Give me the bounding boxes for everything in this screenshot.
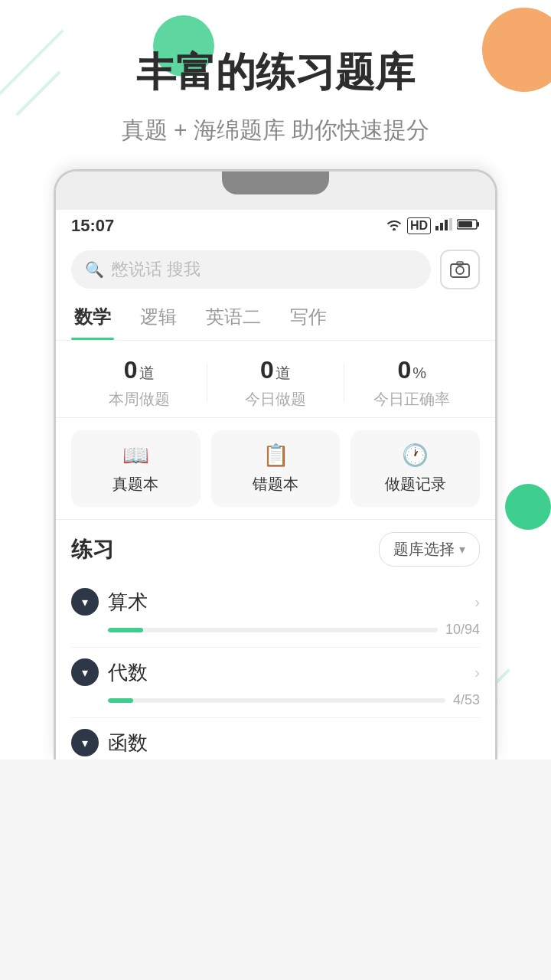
- real-exam-label: 真题本: [112, 474, 158, 495]
- stat-accuracy-label: 今日正确率: [344, 389, 480, 410]
- progress-bar-arithmetic: [108, 628, 438, 632]
- svg-rect-6: [458, 221, 472, 227]
- stat-daily: 0 道 今日做题: [207, 356, 343, 410]
- chevron-down-icon: ▾: [82, 595, 88, 609]
- practice-header: 练习 题库选择 ▾: [71, 532, 480, 567]
- phone-mockup: 15:07 HD 🔍 憋说话 搜我: [54, 169, 497, 760]
- chevron-down-icon: ▾: [82, 665, 88, 680]
- progress-text-algebra: 4/53: [453, 692, 480, 708]
- progress-fill-arithmetic: [108, 628, 143, 632]
- topic-item-function: ▾ 函数: [71, 718, 480, 760]
- stat-daily-label: 今日做题: [207, 389, 343, 410]
- real-exam-button[interactable]: 📖 真题本: [71, 430, 201, 507]
- status-time: 15:07: [71, 216, 114, 236]
- topic-progress-algebra: 4/53: [71, 692, 480, 708]
- svg-rect-3: [449, 218, 452, 230]
- search-icon: 🔍: [85, 260, 104, 279]
- real-exam-icon: 📖: [122, 443, 149, 468]
- tab-logic[interactable]: 逻辑: [137, 297, 180, 340]
- topic-name-arithmetic: 算术: [108, 589, 148, 616]
- chevron-down-icon: ▾: [82, 736, 88, 750]
- progress-text-arithmetic: 10/94: [445, 622, 480, 638]
- progress-fill-algebra: [108, 698, 133, 703]
- stat-daily-unit: 道: [276, 363, 291, 384]
- tab-writing[interactable]: 写作: [287, 297, 330, 340]
- history-button[interactable]: 🕐 做题记录: [350, 430, 480, 507]
- topic-left-algebra: ▾ 代数: [71, 658, 148, 686]
- topic-expand-function[interactable]: ▾: [71, 729, 99, 756]
- wrong-questions-button[interactable]: 📋 错题本: [211, 430, 341, 507]
- svg-rect-9: [457, 262, 463, 265]
- stat-accuracy-unit: %: [412, 364, 426, 382]
- stat-weekly-label: 本周做题: [71, 389, 207, 410]
- stat-weekly-value: 0: [124, 356, 138, 384]
- signal-icon: [435, 218, 452, 234]
- topic-header-algebra: ▾ 代数 ›: [71, 658, 480, 686]
- stat-accuracy: 0 % 今日正确率: [344, 356, 480, 410]
- tabs-row: 数学 逻辑 英语二 写作: [56, 297, 495, 341]
- wifi-icon: [386, 218, 403, 234]
- topic-name-algebra: 代数: [108, 659, 148, 686]
- stat-accuracy-value: 0: [398, 356, 412, 384]
- search-bar-row: 🔍 憋说话 搜我: [56, 242, 495, 297]
- topic-left-arithmetic: ▾ 算术: [71, 588, 148, 616]
- hd-badge: HD: [407, 217, 431, 234]
- topic-item-arithmetic: ▾ 算术 › 10/94: [71, 577, 480, 648]
- topic-select-label: 题库选择: [393, 539, 455, 560]
- battery-icon: [457, 218, 480, 234]
- phone-status-bar: 15:07 HD: [56, 210, 495, 242]
- practice-section: 练习 题库选择 ▾ ▾ 算术 ›: [56, 520, 495, 760]
- status-icons: HD: [386, 217, 480, 234]
- svg-point-8: [456, 266, 464, 274]
- practice-title: 练习: [71, 535, 114, 564]
- tab-english[interactable]: 英语二: [203, 297, 264, 340]
- action-row: 📖 真题本 📋 错题本 🕐 做题记录: [56, 418, 495, 520]
- wrong-questions-icon: 📋: [262, 443, 289, 468]
- topic-item-algebra: ▾ 代数 › 4/53: [71, 648, 480, 718]
- svg-rect-1: [440, 223, 443, 230]
- phone-content: 🔍 憋说话 搜我 数学 逻辑: [56, 242, 495, 760]
- topic-expand-algebra[interactable]: ▾: [71, 658, 99, 686]
- topic-select-button[interactable]: 题库选择 ▾: [379, 532, 480, 567]
- topic-progress-arithmetic: 10/94: [71, 622, 480, 638]
- svg-rect-2: [445, 220, 448, 230]
- phone-top-bar: [56, 172, 495, 210]
- stats-row: 0 道 本周做题 0 道 今日做题 0 %: [56, 341, 495, 418]
- wrong-questions-label: 错题本: [253, 474, 298, 495]
- stat-weekly-unit: 道: [139, 363, 155, 384]
- deco-green-right: [505, 484, 551, 530]
- phone-notch: [222, 172, 329, 194]
- tab-math[interactable]: 数学: [71, 297, 114, 340]
- hero-title: 丰富的练习题库: [31, 46, 520, 100]
- search-input-wrap[interactable]: 🔍 憋说话 搜我: [71, 250, 431, 289]
- topic-arrow-algebra: ›: [474, 664, 480, 681]
- topic-expand-arithmetic[interactable]: ▾: [71, 588, 99, 616]
- camera-button[interactable]: [440, 250, 480, 289]
- topic-arrow-arithmetic: ›: [474, 593, 480, 611]
- topic-header-arithmetic: ▾ 算术 ›: [71, 588, 480, 616]
- search-placeholder: 憋说话 搜我: [112, 258, 201, 281]
- hero-section: 丰富的练习题库 真题 + 海绵题库 助你快速提分 15:07 HD: [0, 0, 551, 760]
- stat-daily-value: 0: [260, 356, 274, 384]
- progress-bar-algebra: [108, 698, 445, 703]
- chevron-down-icon: ▾: [459, 542, 465, 557]
- stat-weekly: 0 道 本周做题: [71, 356, 207, 410]
- svg-rect-5: [477, 222, 479, 227]
- topic-name-function: 函数: [108, 730, 148, 756]
- history-icon: 🕐: [402, 443, 429, 468]
- history-label: 做题记录: [385, 474, 446, 495]
- hero-subtitle: 真题 + 海绵题库 助你快速提分: [31, 115, 520, 146]
- svg-rect-0: [435, 226, 439, 230]
